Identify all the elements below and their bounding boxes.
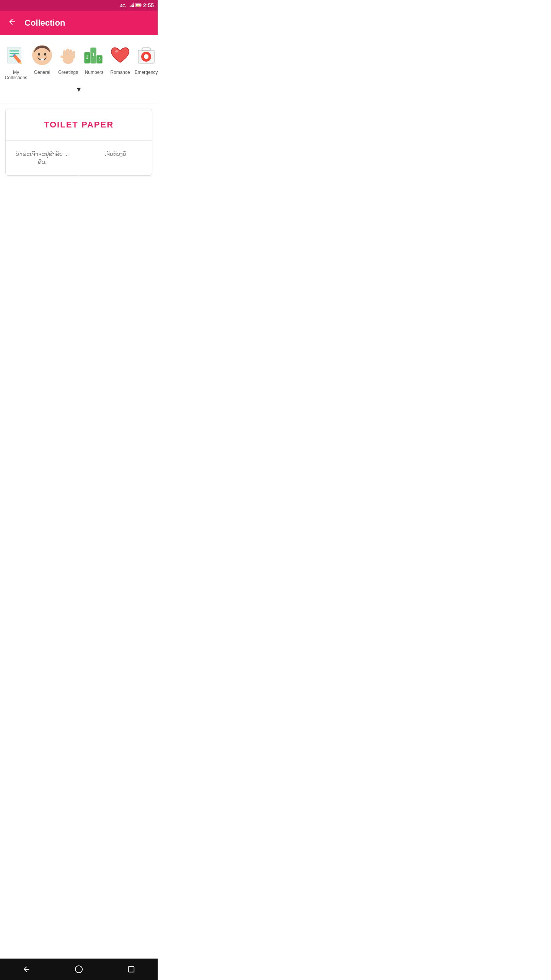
status-bar: 4G ⚡ 2:55 xyxy=(0,0,158,11)
category-label-general: General xyxy=(34,70,51,75)
romance-icon xyxy=(109,44,131,66)
svg-rect-23 xyxy=(69,49,72,59)
category-label-numbers: Numbers xyxy=(85,70,104,75)
main-content: My Collections xyxy=(0,35,158,208)
svg-rect-37 xyxy=(144,55,148,58)
card-section: TOILET PAPER ຂ້າພະເຈົ້າຈະຢູ່ສຳລັບ ... ຄື… xyxy=(0,103,158,181)
back-button[interactable] xyxy=(6,16,18,30)
svg-rect-24 xyxy=(72,51,75,59)
battery-icon: ⚡ xyxy=(135,2,142,9)
app-title: Collection xyxy=(24,18,65,28)
svg-point-16 xyxy=(44,53,46,56)
category-item-romance[interactable]: Romance xyxy=(107,43,133,75)
category-item-emergency[interactable]: Emergency xyxy=(133,43,158,75)
category-section: My Collections xyxy=(0,35,158,103)
general-icon-wrap xyxy=(30,43,54,67)
svg-text:⚡: ⚡ xyxy=(137,4,140,7)
numbers-icon: 2 1 3 xyxy=(83,44,105,66)
svg-rect-39 xyxy=(129,967,134,972)
chevron-down-icon[interactable]: ▾ xyxy=(77,85,81,94)
greetings-icon xyxy=(57,44,79,66)
svg-text:2: 2 xyxy=(86,55,88,59)
emergency-icon-wrap xyxy=(134,43,158,67)
category-item-numbers[interactable]: 2 1 3 Numbers xyxy=(81,43,107,75)
my-collections-icon-wrap xyxy=(4,43,28,67)
svg-point-17 xyxy=(37,56,39,58)
network-icon: 4G xyxy=(120,2,127,9)
recent-nav-button[interactable] xyxy=(124,962,139,977)
svg-rect-19 xyxy=(41,59,44,60)
svg-point-18 xyxy=(46,56,47,58)
svg-point-14 xyxy=(32,45,52,65)
romance-icon-wrap xyxy=(108,43,132,67)
category-item-my-collections[interactable]: My Collections xyxy=(3,43,29,81)
phrase-card: TOILET PAPER ຂ້າພະເຈົ້າຈະຢູ່ສຳລັບ ... ຄື… xyxy=(5,109,152,176)
numbers-icon-wrap: 2 1 3 xyxy=(82,43,106,67)
svg-text:3: 3 xyxy=(98,57,101,61)
category-item-general[interactable]: General xyxy=(29,43,55,75)
phrase-left[interactable]: ຂ້າພະເຈົ້າຈະຢູ່ສຳລັບ ... ຄືນ. xyxy=(6,141,79,175)
status-time: 2:55 xyxy=(143,2,154,8)
svg-text:4G: 4G xyxy=(120,3,126,8)
card-phrases: ຂ້າພະເຈົ້າຈະຢູ່ສຳລັບ ... ຄືນ. ເຈັບທ້ອງບໍ… xyxy=(6,141,152,175)
status-icons: 4G ⚡ 2:55 xyxy=(120,2,154,9)
svg-point-38 xyxy=(75,966,82,973)
greetings-icon-wrap xyxy=(56,43,80,67)
card-title: TOILET PAPER xyxy=(44,120,114,129)
bottom-nav-bar xyxy=(0,959,158,980)
home-nav-button[interactable] xyxy=(71,962,86,977)
category-label-emergency: Emergency xyxy=(135,70,158,75)
category-label-romance: Romance xyxy=(110,70,130,75)
svg-rect-25 xyxy=(60,56,64,58)
general-icon xyxy=(31,44,53,66)
chevron-row[interactable]: ▾ xyxy=(0,81,158,99)
svg-rect-22 xyxy=(66,49,69,59)
category-label-my-collections: My Collections xyxy=(3,70,29,81)
category-row: My Collections xyxy=(0,43,158,81)
category-item-greetings[interactable]: Greetings xyxy=(55,43,81,75)
svg-rect-4 xyxy=(140,4,141,6)
signal-icon xyxy=(129,2,134,9)
category-label-greetings: Greetings xyxy=(58,70,78,75)
svg-text:1: 1 xyxy=(92,52,95,57)
svg-point-15 xyxy=(38,53,40,56)
my-collections-icon xyxy=(5,44,27,66)
back-nav-button[interactable] xyxy=(19,962,34,977)
card-title-row: TOILET PAPER xyxy=(6,109,152,141)
emergency-icon xyxy=(135,44,157,66)
app-bar: Collection xyxy=(0,11,158,35)
phrase-right[interactable]: ເຈັບທ້ອງບໍ້ xyxy=(79,141,152,175)
